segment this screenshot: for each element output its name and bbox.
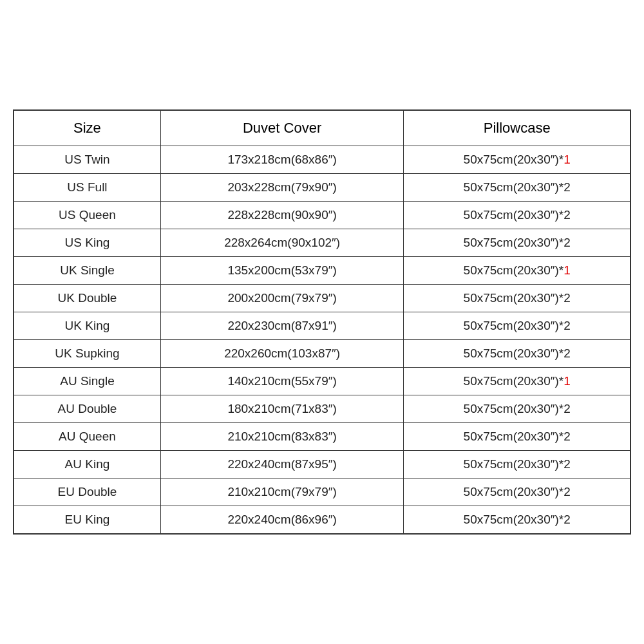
cell-size: AU King — [14, 451, 161, 478]
cell-size: UK Double — [14, 285, 161, 312]
cell-duvet: 228x228cm(90x90″) — [160, 202, 403, 229]
table-row: US King228x264cm(90x102″)50x75cm(20x30″)… — [14, 229, 630, 257]
cell-size: UK Single — [14, 257, 161, 285]
size-chart-table: Size Duvet Cover Pillowcase US Twin173x2… — [14, 110, 630, 534]
table-row: US Full203x228cm(79x90″)50x75cm(20x30″)*… — [14, 174, 630, 202]
cell-pillowcase: 50x75cm(20x30″)*1 — [404, 257, 630, 285]
table-row: US Twin173x218cm(68x86″)50x75cm(20x30″)*… — [14, 146, 630, 174]
cell-duvet: 220x230cm(87x91″) — [160, 312, 403, 340]
cell-duvet: 220x240cm(87x95″) — [160, 451, 403, 478]
table-row: UK Supking220x260cm(103x87″)50x75cm(20x3… — [14, 340, 630, 368]
cell-pillowcase: 50x75cm(20x30″)*2 — [404, 285, 630, 312]
cell-pillowcase: 50x75cm(20x30″)*2 — [404, 423, 630, 451]
header-pillowcase: Pillowcase — [404, 111, 630, 146]
cell-duvet: 210x210cm(79x79″) — [160, 478, 403, 506]
table-row: AU King220x240cm(87x95″)50x75cm(20x30″)*… — [14, 451, 630, 478]
cell-pillowcase: 50x75cm(20x30″)*2 — [404, 174, 630, 202]
cell-size: EU King — [14, 506, 161, 534]
cell-pillowcase: 50x75cm(20x30″)*2 — [404, 478, 630, 506]
cell-size: US Queen — [14, 202, 161, 229]
header-duvet: Duvet Cover — [160, 111, 403, 146]
table-header-row: Size Duvet Cover Pillowcase — [14, 111, 630, 146]
cell-size: UK Supking — [14, 340, 161, 368]
cell-size: UK King — [14, 312, 161, 340]
cell-size: US King — [14, 229, 161, 257]
cell-pillowcase: 50x75cm(20x30″)*2 — [404, 506, 630, 534]
table-row: US Queen228x228cm(90x90″)50x75cm(20x30″)… — [14, 202, 630, 229]
cell-pillowcase: 50x75cm(20x30″)*2 — [404, 229, 630, 257]
cell-size: US Full — [14, 174, 161, 202]
cell-pillowcase: 50x75cm(20x30″)*2 — [404, 202, 630, 229]
cell-size: AU Queen — [14, 423, 161, 451]
table-row: UK Single135x200cm(53x79″)50x75cm(20x30″… — [14, 257, 630, 285]
cell-size: EU Double — [14, 478, 161, 506]
table-row: UK King220x230cm(87x91″)50x75cm(20x30″)*… — [14, 312, 630, 340]
cell-pillowcase: 50x75cm(20x30″)*1 — [404, 368, 630, 395]
cell-size: AU Single — [14, 368, 161, 395]
cell-size: AU Double — [14, 395, 161, 423]
cell-duvet: 228x264cm(90x102″) — [160, 229, 403, 257]
cell-pillowcase: 50x75cm(20x30″)*2 — [404, 395, 630, 423]
table-row: AU Single140x210cm(55x79″)50x75cm(20x30″… — [14, 368, 630, 395]
cell-duvet: 180x210cm(71x83″) — [160, 395, 403, 423]
table-row: AU Double180x210cm(71x83″)50x75cm(20x30″… — [14, 395, 630, 423]
cell-duvet: 210x210cm(83x83″) — [160, 423, 403, 451]
cell-duvet: 173x218cm(68x86″) — [160, 146, 403, 174]
cell-duvet: 135x200cm(53x79″) — [160, 257, 403, 285]
cell-pillowcase: 50x75cm(20x30″)*2 — [404, 340, 630, 368]
header-size: Size — [14, 111, 161, 146]
cell-pillowcase: 50x75cm(20x30″)*1 — [404, 146, 630, 174]
size-chart-container: Size Duvet Cover Pillowcase US Twin173x2… — [13, 109, 631, 535]
cell-pillowcase: 50x75cm(20x30″)*2 — [404, 451, 630, 478]
cell-duvet: 220x240cm(86x96″) — [160, 506, 403, 534]
cell-size: US Twin — [14, 146, 161, 174]
table-row: UK Double200x200cm(79x79″)50x75cm(20x30″… — [14, 285, 630, 312]
cell-duvet: 220x260cm(103x87″) — [160, 340, 403, 368]
table-row: EU Double210x210cm(79x79″)50x75cm(20x30″… — [14, 478, 630, 506]
cell-duvet: 140x210cm(55x79″) — [160, 368, 403, 395]
cell-duvet: 203x228cm(79x90″) — [160, 174, 403, 202]
cell-pillowcase: 50x75cm(20x30″)*2 — [404, 312, 630, 340]
table-row: AU Queen210x210cm(83x83″)50x75cm(20x30″)… — [14, 423, 630, 451]
table-row: EU King220x240cm(86x96″)50x75cm(20x30″)*… — [14, 506, 630, 534]
cell-duvet: 200x200cm(79x79″) — [160, 285, 403, 312]
